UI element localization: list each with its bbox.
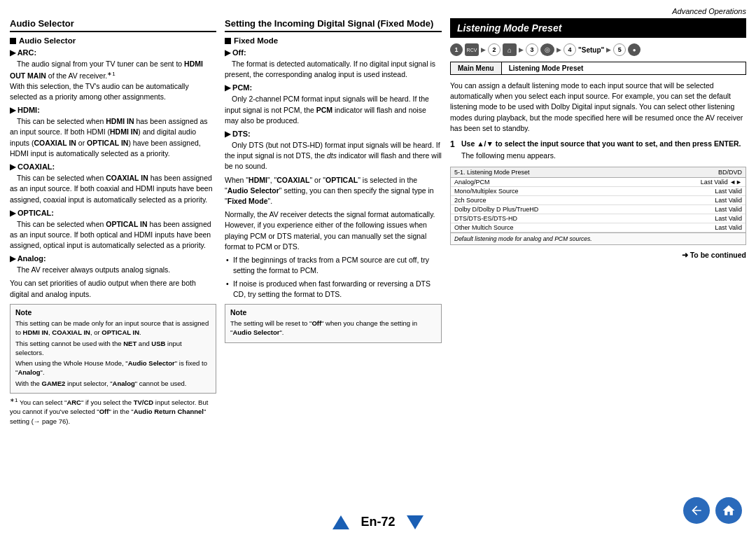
coaxial-item: ▶ COAXIAL: This can be selected when COA… [10,162,216,205]
note-title-col2: Note [230,308,436,317]
row-value-6: Last Valid [715,224,742,231]
col2-subsection: Fixed Mode [225,36,442,45]
note1: This setting can be made only for an inp… [15,319,211,338]
home-icon [722,503,736,517]
page-container: Advanced Operations Audio Selector Audio… [0,0,756,535]
dts-text: Only DTS (but not DTS-HD) format input s… [225,141,442,170]
analog-item: ▶ Analog: The AV receiver always outputs… [10,253,216,275]
analog-text: The AV receiver always outputs analog si… [10,265,170,274]
step-arrow-1: ▶ [481,46,486,53]
note3: When using the Whole House Mode, "Audio … [15,359,211,377]
row-label-4: Dolby D/Dolby D Plus/TrueHD [454,206,538,213]
bullet2: If noise is produced when fast forwardin… [225,279,442,300]
col2-section-title: Setting the Incoming Digital Signal (Fix… [225,18,442,32]
table-row: DTS/DTS-ES/DTS-HD Last Valid [451,214,746,223]
row-value-3: Last Valid [715,197,742,204]
analog-label: ▶ Analog: [10,254,46,263]
hdmi-item: ▶ HDMI: This can be selected when HDMI I… [10,105,216,159]
to-continued: ➜ To be continued [450,251,746,259]
col1-audio-selector: Audio Selector Audio Selector ▶ ARC: The… [10,18,216,497]
menu-bar: Main Menu Listening Mode Preset [450,62,746,75]
back-icon [690,503,704,517]
pcm-text: Only 2-channel PCM format input signals … [225,95,429,124]
page-header-title: Advanced Operations [672,7,746,15]
arc-item: ▶ ARC: The audio signal from your TV tun… [10,48,216,102]
row-value-5: Last Valid [715,215,742,222]
hdmi-text: This can be selected when HDMI IN has be… [10,117,208,158]
pcm-label: ▶ PCM: [225,83,252,92]
step3-circle: 3 [526,43,538,56]
home-icon: ⌂ [503,43,517,56]
row-label-5: DTS/DTS-ES/DTS-HD [454,215,517,222]
note-title-col1: Note [15,308,211,317]
step1-circle: 1 [450,43,463,56]
menu-bar-right: Listening Mode Preset [502,62,591,74]
off-text: The format is detected automatically. If… [225,60,435,78]
prev-page-button[interactable] [332,515,349,529]
back-button[interactable] [683,497,710,524]
footer: En-72 [0,515,756,529]
inner-table-footer: Default listening mode for analog and PC… [451,232,746,244]
col1-subsection: Audio Selector [10,36,216,45]
table-row: Analog/PCM Last Valid ◄► [451,178,746,187]
optical-text: This can be selected when OPTICAL IN has… [10,220,211,249]
enter-icon: ● [628,43,640,56]
inner-table-header-left: 5-1. Listening Mode Preset [454,169,530,176]
arc-text: The audio signal from your TV tuner can … [10,60,203,101]
steps-row: 1 RCV ▶ 2 ⌂ ▶ 3 ◎ ▶ 4 "Setup" ▶ 5 ● [450,43,746,56]
row-label-3: 2ch Source [454,197,486,204]
listening-mode-title: Listening Mode Preset [457,22,561,34]
row-value-1: Last Valid ◄► [701,179,742,186]
footnote1: ∗1 You can select "ARC" if you select th… [10,396,216,426]
normally-text: Normally, the AV receiver detects the si… [225,209,442,252]
note-box-col1: Note This setting can be made only for a… [10,304,216,394]
dial-icon: ◎ [540,43,554,56]
step-arrow-3: ▶ [556,46,561,53]
page-number: En-72 [360,515,395,529]
col1-section-title: Audio Selector [10,18,216,32]
col2-fixed-mode: Setting the Incoming Digital Signal (Fix… [225,18,442,497]
listening-mode-header: Listening Mode Preset [450,18,746,38]
col3-description: You can assign a default listening mode … [450,81,746,134]
inner-table-header-right: BD/DVD [718,169,742,176]
bullet1: If the beginnings of tracks from a PCM s… [225,255,442,276]
menu-bar-left: Main Menu [451,62,502,74]
when-text: When "HDMI", "COAXIAL" or "OPTICAL" is s… [225,175,442,207]
footer-nav[interactable]: En-72 [332,515,423,529]
col2-subsection-label: Fixed Mode [234,36,278,45]
note-box-col2: Note The setting will be reset to "Off" … [225,304,442,343]
optical-item: ▶ OPTICAL: This can be selected when OPT… [10,208,216,251]
step1-text: Use ▲/▼ to select the input source that … [461,139,746,148]
black-square-icon [10,38,16,44]
main-content: Audio Selector Audio Selector ▶ ARC: The… [10,18,746,497]
coaxial-text: This can be selected when COAXIAL IN has… [10,174,213,203]
row-label-6: Other Multich Source [454,224,514,231]
step-arrow-2: ▶ [519,46,524,53]
table-row: Dolby D/Dolby D Plus/TrueHD Last Valid [451,205,746,214]
pcm-item: ▶ PCM: Only 2-channel PCM format input s… [225,83,442,126]
col1-subsection-label: Audio Selector [19,36,76,45]
row-label-2: Mono/Multiplex Source [454,188,519,195]
row-value-4: Last Valid [715,206,742,213]
hdmi-label: ▶ HDMI: [10,106,40,114]
footer-right-buttons [683,497,742,524]
home-button[interactable] [715,497,742,524]
off-item: ▶ Off: The format is detected automatica… [225,48,442,80]
step5-circle: 5 [613,43,626,56]
col3-listening-mode: Listening Mode Preset 1 RCV ▶ 2 ⌂ ▶ 3 ◎ … [450,18,746,497]
optical-label: ▶ OPTICAL: [10,209,54,217]
receive-icon: RCV [465,43,479,56]
note4: With the GAME2 input selector, "Analog" … [15,379,211,388]
step1-num: 1 [450,139,455,149]
coaxial-label: ▶ COAXIAL: [10,162,55,171]
table-row: Other Multich Source Last Valid [451,223,746,232]
step4-circle: 4 [564,43,576,56]
step-arrow-4: ▶ [606,46,611,53]
inner-table-header: 5-1. Listening Mode Preset BD/DVD [451,167,746,178]
black-square-icon-2 [225,38,231,44]
row-value-2: Last Valid [715,188,742,195]
next-page-button[interactable] [407,515,424,529]
inner-table: 5-1. Listening Mode Preset BD/DVD Analog… [450,167,746,245]
summary-text: You can set priorities of audio output w… [10,278,216,299]
dts-label: ▶ DTS: [225,130,251,138]
